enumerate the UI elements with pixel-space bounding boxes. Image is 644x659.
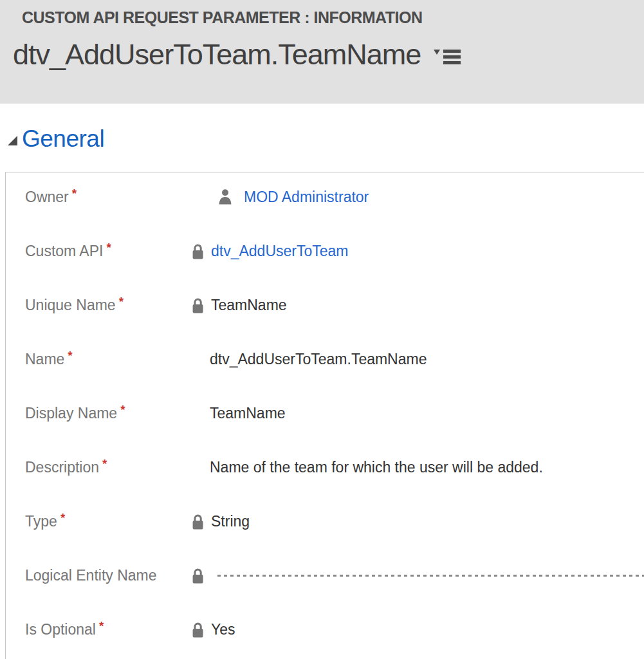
field-label: Owner* [6,189,186,206]
field-value-link[interactable]: MOD Administrator [244,189,369,206]
field-label: Unique Name* [6,297,186,314]
record-title-row: dtv_AddUserToTeam.TeamName [13,38,644,71]
section-title: General [22,125,104,153]
field-label: Custom API* [6,243,186,260]
field-label-text: Custom API [25,243,103,259]
field-value: TeamName [186,405,644,422]
field-row-logical-entity-name: Logical Entity Name [6,551,644,605]
form-header: CUSTOM API REQUEST PARAMETER : INFORMATI… [0,0,644,104]
collapse-triangle-icon [8,136,17,145]
person-icon [218,189,232,205]
required-marker: * [99,619,104,633]
field-value: Name of the team for which the user will… [186,459,644,476]
field-value: String [186,513,644,530]
field-row-description: Description* Name of the team for which … [6,443,644,497]
field-label: Name* [6,351,186,368]
required-marker: * [102,457,107,470]
empty-value-dashes [217,575,644,577]
required-marker: * [119,295,124,308]
field-label-text: Unique Name [25,297,116,313]
field-label-text: Type [25,513,57,530]
field-value [186,568,644,584]
field-row-is-optional: Is Optional* Yes [6,605,644,659]
chevron-down-icon [434,50,440,55]
required-marker: * [60,511,65,524]
section-header-general[interactable]: General [8,125,644,153]
field-value: Yes [186,621,644,638]
field-label-text: Is Optional [25,621,96,638]
field-value-text: String [211,513,250,530]
field-value-text[interactable]: dtv_AddUserToTeam.TeamName [210,351,427,368]
field-value-link[interactable]: dtv_AddUserToTeam [211,243,349,260]
field-value-text: Yes [211,621,235,638]
entity-type-label: CUSTOM API REQUEST PARAMETER : INFORMATI… [22,8,644,27]
field-label-text: Display Name [25,405,117,422]
fields-box: Owner* MOD Administrator Custom API* dtv… [5,172,644,659]
hamburger-icon [443,50,461,64]
required-marker: * [120,403,125,416]
record-set-menu-icon[interactable] [434,50,461,64]
field-value-text: TeamName [211,297,287,314]
field-label-text: Owner [25,189,69,205]
field-value: MOD Administrator [186,189,644,206]
lock-icon [191,243,205,259]
field-row-type: Type* String [6,497,644,551]
lock-icon [191,622,205,638]
field-row-owner: Owner* MOD Administrator [6,172,644,227]
field-row-custom-api: Custom API* dtv_AddUserToTeam [6,227,644,281]
field-row-name: Name* dtv_AddUserToTeam.TeamName [6,335,644,389]
field-value: dtv_AddUserToTeam.TeamName [186,351,644,368]
required-marker: * [106,241,111,254]
field-label: Display Name* [6,405,186,422]
field-value-text[interactable]: Name of the team for which the user will… [210,459,543,476]
required-marker: * [72,187,77,200]
required-marker: * [68,349,72,362]
field-row-display-name: Display Name* TeamName [6,389,644,443]
field-row-unique-name: Unique Name* TeamName [6,281,644,335]
field-value: TeamName [186,297,644,314]
record-title: dtv_AddUserToTeam.TeamName [13,38,421,71]
field-label: Logical Entity Name [6,567,186,584]
lock-icon [191,297,205,313]
field-label-text: Name [25,351,64,367]
field-value: dtv_AddUserToTeam [186,243,644,260]
lock-icon [191,568,205,584]
field-label-text: Logical Entity Name [25,567,157,584]
lock-icon [191,514,205,530]
field-label: Is Optional* [6,621,186,638]
field-value-text[interactable]: TeamName [210,405,286,422]
field-label-text: Description [25,459,99,476]
field-label: Type* [6,513,186,530]
field-label: Description* [6,459,186,476]
